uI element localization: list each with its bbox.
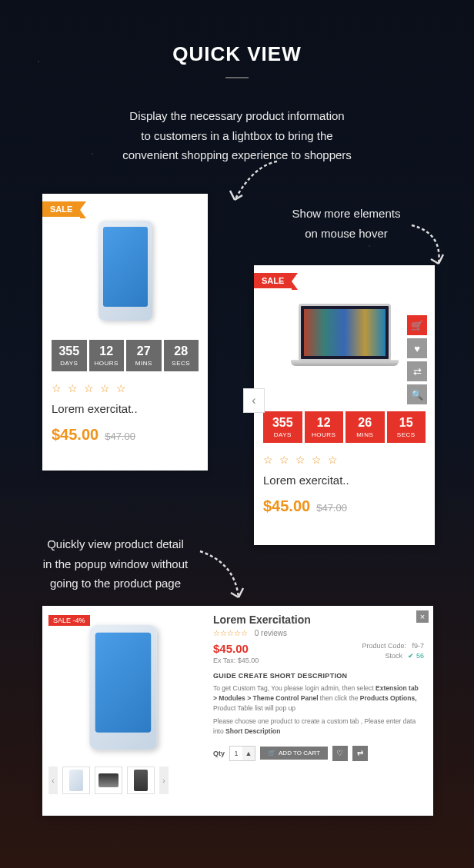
thumbnail[interactable] <box>127 767 155 794</box>
cart-icon[interactable]: 🛒 <box>407 315 427 335</box>
rating-stars: ☆ ☆ ☆ ☆ ☆ <box>52 382 199 394</box>
product-card-2: SALE ‹ 🛒 ♥ ⇄ 🔍 355DAYS 12HOURS 26MINS 15… <box>254 265 435 545</box>
add-to-cart-button[interactable]: 🛒 ADD TO CART <box>260 747 328 760</box>
thumbnail[interactable] <box>95 767 122 794</box>
compare-icon[interactable]: ⇄ <box>407 361 427 381</box>
quickview-icon[interactable]: 🔍 <box>407 384 427 404</box>
thumbnail[interactable] <box>62 767 90 794</box>
sale-badge: SALE <box>42 201 80 217</box>
thumb-next[interactable]: › <box>159 767 169 794</box>
product-image[interactable] <box>263 281 426 404</box>
caption-popup: Quickly view product detail in the popup… <box>27 534 204 594</box>
guide-heading: GUIDE CREATE SHORT DESCRIPTION <box>213 672 424 680</box>
product-image[interactable] <box>52 209 199 332</box>
sale-badge: SALE -4% <box>48 615 90 626</box>
reviews-count[interactable]: 0 reviews <box>255 629 287 637</box>
close-icon[interactable]: × <box>416 610 429 623</box>
prev-button[interactable]: ‹ <box>243 388 265 413</box>
countdown-timer: 355DAYS 12HOURS 26MINS 15SECS <box>263 411 426 443</box>
countdown-timer: 355DAYS 12HOURS 27MINS 28SECS <box>52 340 199 371</box>
sale-badge: SALE <box>254 273 292 288</box>
popup-price: $45.00 <box>213 642 259 655</box>
thumb-prev[interactable]: ‹ <box>48 767 58 794</box>
price: $45.00$47.00 <box>263 497 426 515</box>
thumbnail-row: ‹ › <box>48 767 198 794</box>
popup-title: Lorem Exercitation <box>213 614 424 626</box>
qty-label: Qty <box>213 750 225 757</box>
hover-actions: 🛒 ♥ ⇄ 🔍 <box>407 315 427 404</box>
qty-stepper[interactable]: 1▲ <box>229 746 255 761</box>
guide-text-2: Please choose one product to create a cu… <box>213 717 424 737</box>
compare-icon[interactable]: ⇄ <box>352 746 368 761</box>
wishlist-icon[interactable]: ♥ <box>407 338 427 358</box>
product-name[interactable]: Lorem exercitat.. <box>263 474 426 487</box>
ex-tax: Ex Tax: $45.00 <box>213 657 259 664</box>
wishlist-icon[interactable]: ♡ <box>332 746 348 761</box>
popup-image[interactable]: SALE -4% <box>48 612 198 762</box>
product-name[interactable]: Lorem exercitat.. <box>52 402 199 415</box>
quickview-popup: SALE -4% ‹ › × Lorem Exercitation ☆☆☆☆☆ … <box>42 606 433 816</box>
rating-stars: ☆ ☆ ☆ ☆ ☆ <box>263 454 426 466</box>
caption-hover: Show more elements on mouse hover <box>277 204 416 243</box>
guide-text: To get Custom Tag, You please login admi… <box>213 683 424 713</box>
product-card-1: SALE 355DAYS 12HOURS 27MINS 28SECS ☆ ☆ ☆… <box>42 194 208 471</box>
price: $45.00$47.00 <box>52 426 199 444</box>
product-meta: Product Code: f9-7 Stock ✔ 56 <box>362 642 424 662</box>
